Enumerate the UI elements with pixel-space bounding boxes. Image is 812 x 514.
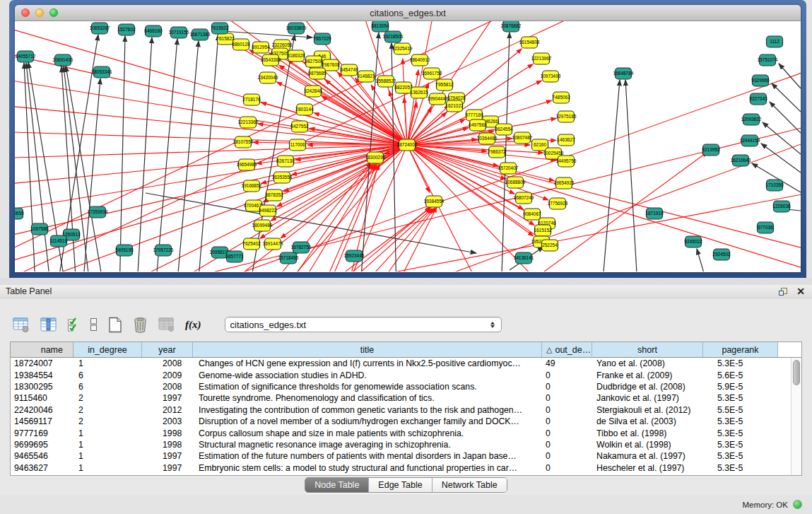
graph-node[interactable]: 6466160 xyxy=(144,25,163,37)
table-row[interactable]: 1456911722003Disruption of a novel membe… xyxy=(11,416,801,427)
graph-node[interactable]: 28053346 xyxy=(92,66,112,78)
tab-edge-table[interactable]: Edge Table xyxy=(368,478,431,492)
float-panel-icon[interactable] xyxy=(778,287,788,296)
graph-node[interactable]: 20364486 xyxy=(477,133,498,144)
graph-node[interactable]: 1671919 xyxy=(645,208,664,219)
graph-node[interactable]: 7485063 xyxy=(552,92,570,103)
select-column-button[interactable] xyxy=(40,317,57,333)
table-row[interactable]: 2242004622012Investigating the contribut… xyxy=(11,404,801,416)
graph-node[interactable]: 1097586 xyxy=(30,223,49,235)
graph-node[interactable]: 16033809 xyxy=(286,23,307,34)
graph-node[interactable]: 2803144 xyxy=(295,104,314,115)
graph-node[interactable]: 1226036 xyxy=(772,201,791,212)
table-source-select[interactable]: citations_edges.txt xyxy=(225,317,502,332)
table-row[interactable]: 946554611997Estimation of the future num… xyxy=(11,450,801,462)
table-vertical-scrollbar[interactable] xyxy=(791,358,801,475)
graph-node[interactable]: 24055712 xyxy=(16,51,36,62)
graph-node[interactable]: 8186328 xyxy=(287,50,305,62)
column-settings-button[interactable] xyxy=(13,317,30,333)
graph-node[interactable]: 8427552 xyxy=(290,121,309,132)
graph-node[interactable]: 1463627 xyxy=(557,134,575,146)
graph-node[interactable]: 1710350 xyxy=(765,180,784,191)
graph-node[interactable]: 1362615 xyxy=(410,87,428,98)
import-table-button-disabled[interactable] xyxy=(158,317,175,332)
graph-node[interactable]: 252254 xyxy=(542,240,558,251)
graph-node[interactable]: 15718485 xyxy=(278,252,299,264)
graph-node[interactable]: 8878352 xyxy=(265,189,283,201)
graph-node[interactable]: 12213369 xyxy=(238,117,259,128)
graph-node[interactable]: 18107554 xyxy=(233,136,254,148)
table-row[interactable]: 1830029562008Estimation of significance … xyxy=(11,381,801,392)
graph-node[interactable]: 2718176 xyxy=(242,94,261,105)
graph-node[interactable]: 14495756 xyxy=(556,156,577,167)
graph-node[interactable]: 15588520 xyxy=(376,76,396,87)
scrollbar-thumb[interactable] xyxy=(793,360,800,385)
graph-node[interactable]: 1114519 xyxy=(50,235,68,247)
graph-node[interactable]: 12213967 xyxy=(531,53,552,64)
graph-node[interactable]: 1621022 xyxy=(445,100,464,112)
graph-node[interactable]: 9146821 xyxy=(357,71,375,82)
table-row[interactable]: 1872400712008Changes of HCN gene express… xyxy=(11,358,801,369)
graph-node[interactable]: 9498222 xyxy=(259,205,277,216)
graph-node[interactable]: 9227343 xyxy=(749,93,767,105)
graph-node[interactable]: 23420046 xyxy=(258,72,278,83)
graph-node[interactable]: 18724007 xyxy=(397,139,418,151)
graph-node[interactable]: 7857229 xyxy=(313,33,331,45)
network-canvas[interactable]: 7615822886012889129542322605883275058186… xyxy=(15,21,801,272)
close-window-button[interactable] xyxy=(21,8,30,17)
graph-node[interactable]: 8860128 xyxy=(232,39,250,50)
graph-node[interactable]: 16961758 xyxy=(422,68,442,79)
graph-node[interactable]: 17957225 xyxy=(153,245,174,256)
graph-node[interactable]: 19218506 xyxy=(383,31,404,42)
window-titlebar[interactable]: citations_edges.txt xyxy=(15,5,801,21)
graph-node[interactable]: 12325419 xyxy=(392,43,413,54)
graph-node[interactable]: 10807487 xyxy=(512,132,533,144)
graph-node[interactable]: 18300295 xyxy=(365,152,386,163)
graph-node[interactable]: 14136141 xyxy=(514,252,534,264)
graph-node[interactable]: 117006 xyxy=(290,139,306,151)
graph-node[interactable]: 9857771 xyxy=(225,251,244,262)
graph-node[interactable]: 10973493 xyxy=(541,71,561,82)
graph-node[interactable]: 19384554 xyxy=(424,196,445,207)
graph-node[interactable]: 9827508 xyxy=(305,56,323,67)
graph-node[interactable]: 16914479 xyxy=(263,238,283,250)
graph-node[interactable]: 20876882 xyxy=(501,21,522,32)
graph-node[interactable]: 16782759 xyxy=(291,242,312,253)
split-pane-divider[interactable] xyxy=(0,278,812,285)
tab-network-table[interactable]: Network Table xyxy=(432,478,507,492)
graph-node[interactable]: 8912954 xyxy=(252,42,270,53)
graph-node[interactable]: 19654923 xyxy=(554,177,575,189)
graph-node[interactable]: 15720407 xyxy=(498,163,519,174)
column-header-short[interactable]: short xyxy=(592,342,703,357)
graph-node[interactable]: 1527602 xyxy=(117,24,136,35)
column-header-pagerank[interactable]: pagerank xyxy=(703,342,778,357)
column-header-year[interactable]: year xyxy=(142,342,193,357)
graph-node[interactable]: 16154808 xyxy=(519,37,540,48)
column-header-name[interactable]: name xyxy=(11,342,73,357)
show-rows-button[interactable] xyxy=(90,317,98,332)
graph-node[interactable]: 16671388 xyxy=(190,29,211,40)
graph-node[interactable]: 8813054 xyxy=(371,21,389,32)
graph-node[interactable]: 16543382 xyxy=(261,54,281,66)
delete-table-button[interactable] xyxy=(133,317,148,333)
graph-node[interactable]: 12444154 xyxy=(740,135,760,146)
graph-node[interactable]: 15923445 xyxy=(344,250,365,262)
select-all-rows-button[interactable] xyxy=(67,317,79,332)
graph-node[interactable]: 7955812 xyxy=(435,79,454,90)
graph-node[interactable]: 1615152 xyxy=(534,225,552,236)
graph-node[interactable]: 16210643 xyxy=(731,155,751,166)
graph-node[interactable]: 17353934 xyxy=(88,206,108,218)
graph-node[interactable]: 8454749 xyxy=(340,64,358,76)
table-row[interactable]: 911546021997Tourette syndrome. Phenomeno… xyxy=(11,392,801,404)
graph-node[interactable]: 17756928 xyxy=(548,198,568,209)
graph-node[interactable]: 3624554 xyxy=(495,124,513,135)
graph-node[interactable]: 7625402 xyxy=(242,238,261,250)
graph-node[interactable]: 9875685 xyxy=(308,68,326,79)
new-table-button[interactable] xyxy=(108,317,122,333)
zoom-window-button[interactable] xyxy=(49,8,58,17)
graph-node[interactable]: 6497568 xyxy=(469,119,487,131)
graph-node[interactable]: 16648784 xyxy=(613,68,634,79)
table-row[interactable]: 946362711997Embryonic stem cells: a mode… xyxy=(11,462,801,474)
close-panel-icon[interactable]: ✕ xyxy=(796,286,805,296)
minimize-window-button[interactable] xyxy=(35,8,44,17)
